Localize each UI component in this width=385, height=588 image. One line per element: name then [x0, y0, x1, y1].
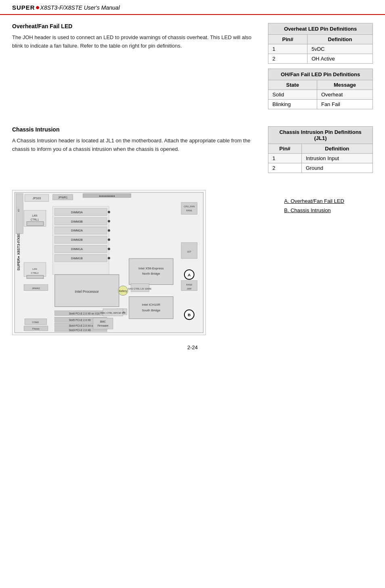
- svg-text:Slot6 PCI-E 2.0 X8 on X16: Slot6 PCI-E 2.0 X8 on X16: [69, 312, 100, 315]
- page-content: Overheat/Fan Fail LED The JOH header is …: [0, 15, 385, 363]
- svg-text:DIMM3B: DIMM3B: [71, 220, 83, 223]
- brand-logo: SUPER●X8ST3-F/X8STE User's Manual: [12, 3, 120, 12]
- svg-point-18: [108, 238, 110, 241]
- chassis-col1: Pin#: [268, 144, 302, 154]
- svg-rect-65: [93, 318, 113, 329]
- overheat-pin-table: Overheat LED Pin Definitions Pin# Defini…: [268, 23, 373, 64]
- svg-text:A: A: [188, 273, 190, 277]
- svg-text:SAS CTRL LSI 1068E: SAS CTRL LSI 1068E: [128, 288, 151, 290]
- chassis-col2: Definition: [301, 144, 372, 154]
- overheat-table1-col1: Pin#: [268, 35, 308, 44]
- table-row: Blinking Fan Fail: [268, 100, 373, 109]
- svg-text:DIMM2A: DIMM2A: [71, 229, 83, 232]
- motherboard-diagram: SUPER● X8ST3-F/X8STE JPS03 JPWR1 DIMM3A …: [12, 190, 206, 335]
- table-row: 2 Ground: [268, 163, 373, 173]
- svg-text:Battery: Battery: [119, 290, 128, 293]
- overheat-body: The JOH header is used to connect an LED…: [12, 33, 256, 50]
- cell-state: Solid: [268, 90, 317, 100]
- table-row: 2 OH Active: [268, 54, 373, 64]
- cell-message: Overheat: [317, 90, 372, 100]
- svg-text:●●●●●●●●●●●: ●●●●●●●●●●●: [99, 195, 115, 197]
- svg-rect-34: [129, 297, 173, 319]
- svg-text:BMC CTRL WPCM 450: BMC CTRL WPCM 450: [100, 312, 126, 314]
- svg-point-15: [108, 229, 110, 231]
- brand-dot: ●: [36, 3, 40, 12]
- section-overheat-left: Overheat/Fan Fail LED The JOH header is …: [12, 23, 256, 114]
- oh-fanfail-table: OH/Fan Fail LED Pin Definitions State Me…: [268, 69, 373, 109]
- oh-table2-col2: Message: [317, 80, 372, 90]
- svg-text:Floppy: Floppy: [32, 327, 40, 330]
- cell-def: OH Active: [307, 54, 372, 64]
- cell-def: 5vDC: [307, 44, 372, 54]
- svg-text:JWF: JWF: [187, 288, 192, 290]
- svg-text:JPWR1: JPWR1: [58, 196, 68, 199]
- chassis-heading: Chassis Intrusion: [12, 126, 256, 133]
- diagram-left: SUPER● X8ST3-F/X8STE JPS03 JPWR1 DIMM3A …: [12, 190, 276, 336]
- cell-def: Ground: [301, 163, 372, 173]
- section-overheat: Overheat/Fan Fail LED The JOH header is …: [12, 23, 373, 114]
- section-chassis: Chassis Intrusion A Chassis Intrusion he…: [12, 126, 373, 178]
- overheat-heading: Overheat/Fan Fail LED: [12, 23, 256, 29]
- svg-text:Firmware: Firmware: [98, 324, 109, 327]
- cell-def: Intrusion Input: [301, 154, 372, 163]
- overheat-table1-title: Overheat LED Pin Definitions: [268, 23, 373, 35]
- top-connectors: ●●●●●●●●●●●: [83, 194, 131, 198]
- svg-rect-78: [16, 194, 23, 234]
- page-header: SUPER●X8ST3-F/X8STE User's Manual: [0, 0, 385, 15]
- svg-point-21: [108, 248, 110, 250]
- diagram-label-b: B. Chassis Intrusion: [284, 207, 373, 213]
- svg-text:DIMM1A: DIMM1A: [71, 247, 83, 251]
- cell-message: Fan Fail: [317, 100, 372, 109]
- svg-text:DIMM3A: DIMM3A: [71, 211, 83, 214]
- svg-rect-77: [27, 275, 44, 279]
- svg-text:LAN: LAN: [32, 214, 38, 217]
- svg-text:CTRL1: CTRL1: [31, 218, 39, 221]
- svg-text:LET: LET: [187, 250, 191, 253]
- oh-table2-col1: State: [268, 80, 317, 90]
- svg-point-24: [108, 257, 110, 259]
- diagram-label-a: A. Overheat/Fan Fail LED: [284, 198, 373, 204]
- svg-text:North Bridge: North Bridge: [142, 272, 160, 275]
- svg-text:DIMM1B: DIMM1B: [71, 256, 83, 260]
- svg-point-9: [108, 211, 110, 213]
- cell-pin: 1: [268, 154, 302, 163]
- label-a-text: A. Overheat/Fan Fail LED: [284, 198, 344, 204]
- diagram-right: A. Overheat/Fan Fail LED B. Chassis Intr…: [284, 190, 373, 336]
- svg-text:CTRL2: CTRL2: [31, 272, 39, 274]
- svg-text:Slot5 PCI-E 2.0 X8: Slot5 PCI-E 2.0 X8: [69, 319, 91, 321]
- svg-rect-28: [27, 222, 44, 226]
- chassis-table-title: Chassis Intrusion Pin Definitions (JL1): [268, 127, 373, 144]
- svg-point-12: [108, 220, 110, 223]
- cell-state: Blinking: [268, 100, 317, 109]
- svg-text:Intel Processor: Intel Processor: [75, 290, 99, 294]
- svg-rect-47: [181, 202, 197, 215]
- table-row: Solid Overheat: [268, 90, 373, 100]
- svg-text:FAN2: FAN2: [186, 284, 192, 286]
- label-b-text: B. Chassis Intrusion: [284, 207, 331, 213]
- svg-text:JPWR2: JPWR2: [32, 287, 40, 290]
- section-overheat-right: Overheat LED Pin Definitions Pin# Defini…: [268, 23, 373, 114]
- chassis-body: A Chassis Intrusion header is located at…: [12, 137, 256, 154]
- svg-text:South Bridge: South Bridge: [142, 309, 160, 312]
- svg-text:CPU_FAN: CPU_FAN: [184, 205, 195, 208]
- dimm-slots: DIMM3A DIMM3B DIMM2A DIMM2B: [53, 206, 110, 275]
- svg-text:Intel X58-Express: Intel X58-Express: [138, 267, 164, 270]
- svg-text:LAN: LAN: [32, 268, 37, 270]
- overheat-table2-wrapper: OH/Fan Fail LED Pin Definitions State Me…: [268, 69, 373, 109]
- svg-text:B: B: [188, 313, 190, 317]
- svg-text:JPS03: JPS03: [33, 197, 41, 200]
- svg-text:Slot3 PCI-E 2.0 X8: Slot3 PCI-E 2.0 X8: [69, 329, 91, 332]
- table-row: 1 Intrusion Input: [268, 154, 373, 163]
- svg-text:FAN1: FAN1: [186, 209, 192, 212]
- svg-text:DIMM2B: DIMM2B: [71, 238, 83, 242]
- svg-text:COM2: COM2: [32, 321, 39, 323]
- chassis-table-wrapper: Chassis Intrusion Pin Definitions (JL1) …: [268, 126, 373, 173]
- brand-name: SUPER: [12, 4, 35, 11]
- cell-pin: 2: [268, 163, 302, 173]
- oh-table2-title: OH/Fan Fail LED Pin Definitions: [268, 69, 373, 80]
- section-chassis-right: Chassis Intrusion Pin Definitions (JL1) …: [268, 126, 373, 178]
- cell-pin: 1: [268, 44, 308, 54]
- overheat-table1-col2: Definition: [307, 35, 372, 44]
- bottom-area: COM2 Floppy: [24, 319, 48, 331]
- svg-text:Intel ICH10R: Intel ICH10R: [142, 303, 161, 307]
